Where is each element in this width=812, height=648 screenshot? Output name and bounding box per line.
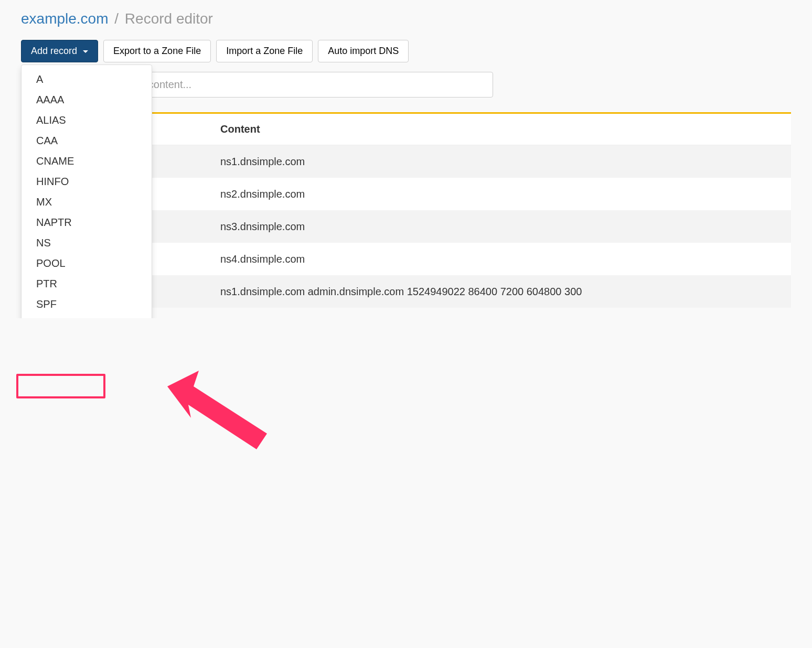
record-type-mx[interactable]: MX [22,192,152,212]
record-type-spf[interactable]: SPF [22,294,152,315]
record-type-pool[interactable]: POOL [22,253,152,274]
record-type-alias[interactable]: ALIAS [22,110,152,131]
breadcrumb: example.com / Record editor [21,10,791,27]
record-type-ptr[interactable]: PTR [22,274,152,294]
toolbar: Add record AAAAAALIASCAACNAMEHINFOMXNAPT… [21,40,791,62]
breadcrumb-domain-link[interactable]: example.com [21,10,109,27]
record-type-a[interactable]: A [22,69,152,90]
record-type-menu: AAAAAALIASCAACNAMEHINFOMXNAPTRNSPOOLPTRS… [21,64,152,318]
add-record-button[interactable]: Add record [21,40,98,62]
export-zone-button[interactable]: Export to a Zone File [103,40,211,62]
add-record-label: Add record [31,46,77,56]
cell-content: ns4.dnsimple.com [220,253,305,265]
record-type-cname[interactable]: CNAME [22,151,152,171]
page-title: Record editor [125,10,213,27]
record-type-srv[interactable]: SRV [22,315,152,318]
record-type-ns[interactable]: NS [22,233,152,253]
cell-content: ns1.dnsimple.com admin.dnsimple.com 1524… [220,286,582,298]
add-record-dropdown: Add record AAAAAALIASCAACNAMEHINFOMXNAPT… [21,40,98,62]
column-header-content: Content [220,123,260,135]
import-zone-button[interactable]: Import a Zone File [216,40,313,62]
record-type-aaaa[interactable]: AAAA [22,90,152,110]
cell-content: ns3.dnsimple.com [220,221,305,233]
caret-down-icon [83,50,88,53]
auto-import-dns-button[interactable]: Auto import DNS [318,40,409,62]
record-type-naptr[interactable]: NAPTR [22,212,152,233]
cell-content: ns2.dnsimple.com [220,188,305,200]
record-type-caa[interactable]: CAA [22,131,152,151]
cell-content: ns1.dnsimple.com [220,156,305,168]
record-type-hinfo[interactable]: HINFO [22,171,152,192]
breadcrumb-separator: / [114,10,119,27]
